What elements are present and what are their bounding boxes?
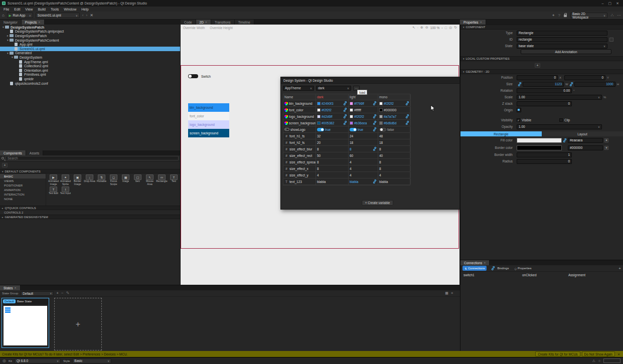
- binding-link-icon[interactable]: [373, 147, 377, 151]
- radius-field[interactable]: 0: [517, 159, 572, 164]
- tree-expand-icon[interactable]: ▾: [6, 39, 10, 42]
- variable-value-cell[interactable]: 8: [378, 146, 411, 152]
- connections-mode-button[interactable]: ↯Connections: [462, 266, 487, 271]
- base-state-card[interactable]: Default Base State: [2, 298, 49, 348]
- toggle-switch[interactable]: [317, 128, 324, 131]
- maximize-icon[interactable]: ▢: [608, 2, 612, 6]
- binding-link-icon[interactable]: [405, 101, 409, 105]
- close-icon[interactable]: ✕: [616, 2, 619, 6]
- create-kits-button[interactable]: Create Kits for Qt for MCUs: [535, 351, 580, 356]
- tab-2d[interactable]: 2D✕: [196, 20, 212, 25]
- variable-value-cell[interactable]: 8: [378, 165, 411, 171]
- do-not-show-again-button[interactable]: Do Not Show Again: [582, 351, 615, 356]
- menu-window[interactable]: Window: [61, 8, 79, 11]
- remove-state-group-icon[interactable]: −: [61, 291, 64, 295]
- color-swatch[interactable]: [317, 121, 321, 125]
- close-document-icon[interactable]: ✕: [90, 14, 93, 18]
- variable-value-cell[interactable]: 32: [316, 133, 349, 139]
- canvas-color-bar[interactable]: font_color: [188, 112, 229, 120]
- add-local-property-button[interactable]: +: [535, 63, 540, 68]
- variable-value-cell[interactable]: #ffffff: [349, 107, 378, 113]
- tree-expand-icon[interactable]: ▾: [11, 56, 14, 59]
- tab-layout[interactable]: Layout: [542, 131, 623, 136]
- variable-name-cell[interactable]: #font_h1_fs: [283, 133, 316, 139]
- component-item[interactable]: TText Edit: [48, 187, 59, 198]
- tree-item[interactable]: ▾DesignSystemPatch: [0, 25, 180, 30]
- bindings-mode-button[interactable]: Bindings: [488, 266, 511, 271]
- variable-value-cell[interactable]: #b36eea: [349, 120, 378, 126]
- 2d-canvas[interactable]: Override Width Override Height ↖ · ⊕ ⊖ 1…: [181, 25, 459, 285]
- variable-value-cell[interactable]: true: [349, 126, 378, 132]
- variable-value-cell[interactable]: #005382: [316, 120, 349, 126]
- variable-value-cell[interactable]: 60: [349, 152, 378, 158]
- variable-value-cell[interactable]: #f2f2f2: [316, 107, 349, 113]
- canvas-color-bar[interactable]: logo_background: [188, 120, 229, 129]
- connection-row[interactable]: switch1 onClicked Assignment: [460, 272, 623, 278]
- variable-value-cell[interactable]: 8: [316, 159, 349, 165]
- column-light[interactable]: light: [349, 94, 378, 100]
- zoom-level[interactable]: 100 %: [430, 26, 439, 30]
- minimize-icon[interactable]: –: [602, 2, 604, 6]
- binding-link-icon[interactable]: [373, 114, 377, 118]
- binding-link-icon[interactable]: [563, 138, 567, 142]
- run-target-selector[interactable]: ▶ Run App ∨: [7, 13, 33, 18]
- select-tool-icon[interactable]: ↖: [412, 26, 415, 30]
- column-name[interactable]: Name: [283, 94, 316, 100]
- switch-component[interactable]: Switch: [188, 74, 211, 78]
- variable-value-cell[interactable]: #f796ff: [349, 100, 378, 106]
- tree-expand-icon[interactable]: ▾: [2, 26, 5, 29]
- color-swatch[interactable]: [317, 115, 321, 118]
- document-selector[interactable]: Screen01.ui.qml ∨: [36, 13, 80, 18]
- variable-name-cell[interactable]: #font_h2_fs: [283, 139, 316, 145]
- variable-value-cell[interactable]: blabla: [316, 178, 349, 185]
- tree-expand-icon[interactable]: ▸: [6, 34, 10, 37]
- zoom-out-icon[interactable]: ⊖: [425, 26, 428, 30]
- component-item[interactable]: ▦Image: [120, 174, 131, 186]
- tab-code[interactable]: Code: [181, 20, 196, 25]
- type-field[interactable]: Rectangle: [517, 31, 607, 36]
- component-category-interaction[interactable]: INTERACTION: [0, 192, 46, 197]
- color-swatch[interactable]: [379, 108, 383, 112]
- component-item[interactable]: TText: [168, 174, 180, 186]
- component-category-positioner[interactable]: POSITIONER: [0, 183, 46, 188]
- binding-link-icon[interactable]: [569, 82, 573, 86]
- id-options-icon[interactable]: [609, 38, 613, 42]
- fit-screen-icon[interactable]: ▫: [441, 26, 442, 30]
- color-swatch[interactable]: [350, 121, 353, 125]
- fill-color-field[interactable]: #eaeaea: [568, 138, 603, 143]
- menu-help[interactable]: Help: [79, 8, 91, 11]
- component-category-views[interactable]: VIEWS: [0, 178, 46, 183]
- home-icon[interactable]: ⌂: [2, 14, 5, 18]
- component-item[interactable]: ✶Animated Sprite: [60, 174, 71, 186]
- tree-item[interactable]: qtquickcontrols2.conf: [0, 81, 180, 86]
- lock-icon[interactable]: [564, 15, 567, 17]
- column-mono[interactable]: mono: [378, 94, 411, 100]
- tab-properties[interactable]: Properties✕: [460, 20, 486, 25]
- toggle-switch[interactable]: [350, 128, 357, 131]
- color-swatch[interactable]: [317, 108, 321, 112]
- variable-name-cell[interactable]: showLogo: [283, 126, 316, 132]
- variable-value-cell[interactable]: 18: [378, 139, 411, 145]
- variable-value-cell[interactable]: #f2f2f2: [378, 100, 411, 106]
- scale-field[interactable]: 1.00∨: [517, 95, 602, 100]
- close-tab-icon[interactable]: ✕: [38, 21, 40, 24]
- add-connection-icon[interactable]: +: [618, 266, 621, 271]
- component-item[interactable]: ⇅Flickable: [96, 174, 107, 186]
- binding-link-icon[interactable]: [343, 121, 347, 125]
- variable-value-cell[interactable]: 8: [316, 165, 349, 171]
- menu-view[interactable]: View: [23, 8, 35, 11]
- grid-view-icon[interactable]: ▦: [445, 291, 448, 295]
- tree-item[interactable]: App.qml: [0, 42, 180, 47]
- toggle-switch[interactable]: [379, 128, 386, 131]
- variable-value-cell[interactable]: 4: [316, 172, 349, 178]
- variable-name-cell[interactable]: logo_background: [283, 113, 316, 119]
- move-tool-icon[interactable]: ⌖: [552, 14, 555, 18]
- theme-selector[interactable]: dark ∨: [316, 86, 351, 91]
- add-module-button[interactable]: +: [2, 163, 8, 167]
- binding-link-icon[interactable]: [373, 127, 377, 131]
- forward-icon[interactable]: ›: [86, 14, 88, 18]
- variable-value-cell[interactable]: 8: [378, 159, 411, 165]
- fill-color-swatch[interactable]: [517, 138, 562, 143]
- generated-designsystem-header[interactable]: ▸ GENERATED DESIGNSYSTEM: [0, 215, 180, 219]
- tab-states[interactable]: States✕: [0, 285, 21, 290]
